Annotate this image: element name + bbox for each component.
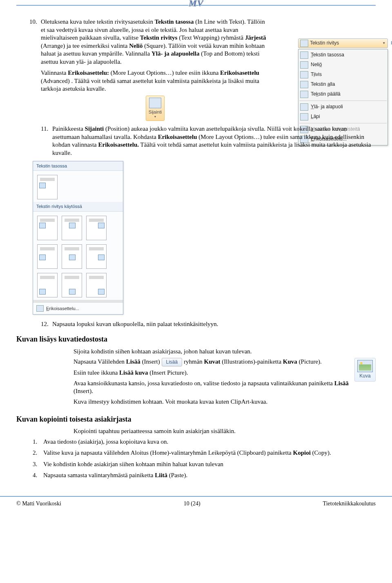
page-footer: © Matti Vuorikoski 10 (24) Tietotekniikk… (0, 496, 392, 514)
list-item-10: 10. Oletuksena kuva tulee tekstin rivity… (41, 18, 270, 121)
position-thumb[interactable] (86, 244, 107, 269)
logo: MV (189, 0, 203, 9)
position-gallery: Tekstin tasossa Tekstin rivitys käytössä… (33, 161, 123, 315)
position-thumb[interactable] (37, 175, 58, 199)
chevron-down-icon: ▾ (382, 41, 386, 46)
footer-author: © Matti Vuorikoski (16, 500, 61, 507)
step-1: 1.Avaa tiedosto (asiakirja), jossa kopio… (33, 438, 376, 446)
position-icon (149, 98, 161, 108)
list-item-11: 11. Painikkeesta Sijainti (Position) auk… (41, 125, 372, 157)
position-thumb[interactable] (62, 216, 82, 240)
morelayout-icon (36, 305, 44, 312)
step-2: 2.Valitse kuva ja napsauta välilehden Al… (33, 449, 376, 457)
copy-intro: Kopiointi tapahtuu periaatteessa samoin … (74, 427, 376, 436)
gallery-header-wrapping: Tekstin rivitys käytössä (33, 202, 123, 211)
step-3: 3.Vie kohdistin kohde asiakirjan siihen … (33, 460, 376, 469)
heading-copy-from-doc: Kuvan kopiointi toisesta asiakirjasta (16, 415, 376, 424)
footer-course: Tietotekniikkakoulutus (323, 500, 376, 507)
position-thumb[interactable] (37, 244, 58, 269)
position-thumb[interactable] (37, 216, 58, 240)
footer-page: 10 (24) (184, 500, 200, 507)
gallery-more-layout[interactable]: Erikoisasettelu... (33, 302, 123, 314)
picture-icon (357, 360, 373, 372)
picture-button[interactable]: Kuva (354, 358, 376, 382)
position-button[interactable]: Sijainti ▾ (146, 96, 165, 121)
heading-insert-from-file: Kuvan lisäys kuvatiedostosta (16, 335, 376, 344)
position-thumb[interactable] (86, 273, 107, 297)
chevron-down-icon: ▾ (149, 115, 162, 119)
position-thumb[interactable] (62, 244, 82, 269)
position-thumb[interactable] (37, 273, 58, 297)
gallery-header-inline: Tekstin tasossa (33, 161, 123, 171)
step-4: 4.Napsauta samasta valintaryhmästä paini… (33, 471, 376, 480)
list-item-12: 12. Napsauta lopuksi kuvan ulkopuolella,… (41, 320, 376, 328)
section-insert-body: Sijoita kohdistin siihen kohtaan asiakir… (74, 348, 376, 408)
position-thumb[interactable] (62, 273, 82, 297)
insert-tab[interactable]: Lisää (162, 358, 183, 366)
position-thumb[interactable] (86, 216, 107, 240)
